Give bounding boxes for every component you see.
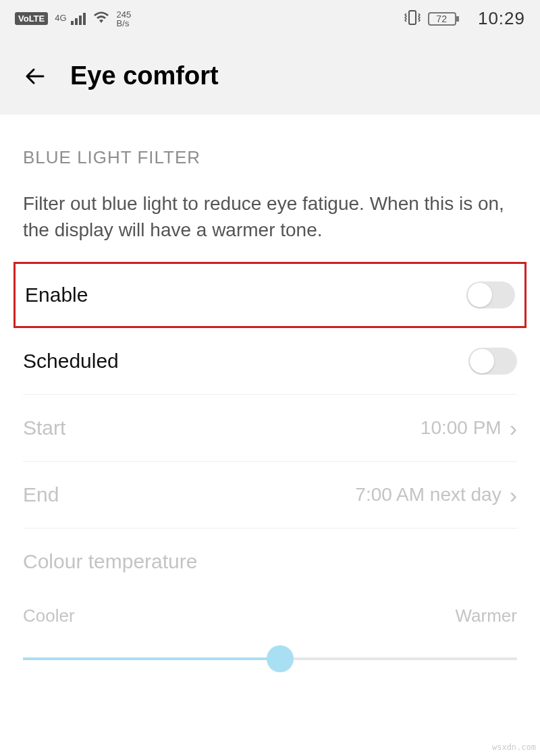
status-right: 72 10:29	[404, 8, 525, 29]
row-end[interactable]: End 7:00 AM next day ›	[0, 462, 540, 528]
section-heading: BLUE LIGHT FILTER	[0, 115, 540, 171]
start-value: 10:00 PM	[421, 417, 502, 439]
volte-badge: VoLTE	[15, 12, 48, 25]
content: BLUE LIGHT FILTER Filter out blue light …	[0, 115, 540, 672]
chevron-right-icon: ›	[510, 416, 517, 439]
status-left: VoLTE 4G 245 B/s	[15, 10, 131, 28]
status-bar: VoLTE 4G 245 B/s 72 10:29	[0, 0, 540, 37]
back-button[interactable]	[20, 61, 50, 91]
app-bar: Eye comfort	[0, 37, 540, 115]
signal-4g: 4G	[55, 13, 85, 25]
speed-unit: B/s	[117, 19, 132, 28]
slider-thumb[interactable]	[267, 645, 294, 672]
signal-bars-icon	[71, 13, 86, 25]
row-enable[interactable]: Enable	[14, 262, 526, 328]
wifi-icon	[92, 11, 110, 27]
start-label: Start	[23, 416, 65, 439]
enable-toggle[interactable]	[466, 281, 515, 308]
network-speed: 245 B/s	[117, 10, 132, 28]
battery-percent: 72	[436, 14, 447, 24]
watermark: wsxdn.com	[492, 742, 536, 752]
page-title: Eye comfort	[70, 61, 219, 90]
slider-labels: Cooler Warmer	[23, 605, 517, 626]
slider-label-warmer: Warmer	[456, 605, 517, 626]
colour-temperature-title: Colour temperature	[23, 550, 517, 573]
end-value: 7:00 AM next day	[355, 484, 501, 506]
svg-rect-0	[409, 11, 416, 24]
speed-value: 245	[117, 10, 132, 19]
colour-temperature-section: Colour temperature Cooler Warmer	[0, 529, 540, 672]
vibrate-icon	[404, 9, 421, 28]
chevron-right-icon: ›	[510, 483, 517, 506]
row-start[interactable]: Start 10:00 PM ›	[0, 395, 540, 461]
network-gen-label: 4G	[55, 13, 66, 23]
clock: 10:29	[478, 8, 525, 29]
svg-rect-2	[456, 16, 459, 22]
slider-fill	[23, 657, 280, 660]
slider-label-cooler: Cooler	[23, 605, 75, 626]
scheduled-label: Scheduled	[23, 350, 119, 373]
enable-label: Enable	[25, 284, 88, 306]
end-label: End	[23, 483, 59, 506]
section-description: Filter out blue light to reduce eye fati…	[0, 171, 540, 262]
battery-indicator: 72	[428, 11, 471, 27]
arrow-left-icon	[22, 63, 49, 90]
scheduled-toggle[interactable]	[468, 348, 517, 375]
colour-temperature-slider[interactable]	[23, 645, 517, 672]
row-scheduled[interactable]: Scheduled	[0, 328, 540, 394]
